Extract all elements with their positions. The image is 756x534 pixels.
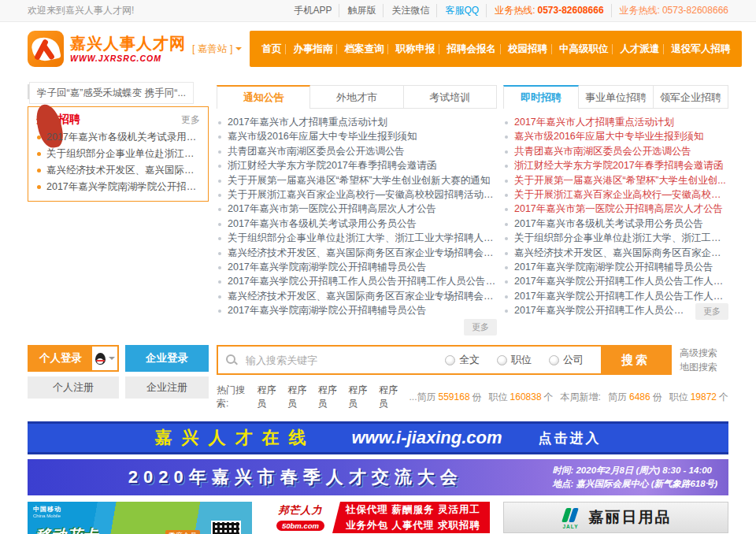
stat-label: 简历 <box>608 391 627 404</box>
fair-location: 地点: 嘉兴国际会展中心 (新气象路618号) <box>552 478 717 490</box>
scope-option-position[interactable]: 职位 <box>497 353 532 367</box>
company-login-button[interactable]: 企业登录 <box>125 345 209 372</box>
notice-item[interactable]: 关于组织部分企事业单位赴浙江大学、浙江工业大学招聘人才的... <box>217 231 497 245</box>
tab-exam-training[interactable]: 考试培训 <box>404 85 497 109</box>
job-item[interactable]: 共青团嘉兴市南湖区委员会公开选调公告 <box>503 144 728 158</box>
headline-item[interactable]: 2017年嘉兴市各级机关考试录用公务... <box>36 129 200 146</box>
jobs-tabs: 即时招聘 事业单位招聘 领军企业招聘 <box>503 85 728 109</box>
action-row: 个人登录 企业登录 个人注册 企业注册 <box>28 345 728 410</box>
tab-notices[interactable]: 通知公告 <box>217 85 310 109</box>
headline-item[interactable]: 嘉兴经济技术开发区、嘉兴国际商务... <box>36 162 200 179</box>
notice-item[interactable]: 2017年嘉兴学院公开招聘工作人员公告开招聘工作人员公告开... <box>217 274 497 288</box>
notice-item[interactable]: 2017年嘉兴市各级机关考试录用公务员公告 <box>217 217 497 231</box>
job-item[interactable]: 关于组织部分企事业单位赴浙江大学、浙江工业大... <box>503 231 728 245</box>
nav-item-fair-signup[interactable]: 招聘会报名 <box>439 44 500 54</box>
brand-name: 嘉丽日用品 <box>589 507 672 528</box>
headline-item[interactable]: 2017年嘉兴学院南湖学院公开招聘辅... <box>36 179 200 195</box>
stat-value: 559168 <box>439 391 470 402</box>
notice-item[interactable]: 2017年嘉兴学院南湖学院公开招聘辅导员公告 <box>217 260 497 274</box>
job-item[interactable]: 2017年嘉兴市第一医院公开招聘高层次人才公告 <box>503 202 728 216</box>
tab-leading-companies[interactable]: 领军企业招聘 <box>654 85 728 109</box>
search-panel: 全文 职位 公司 搜索 高级搜索 地图搜索 <box>217 345 728 410</box>
jiali-daily-ad[interactable]: JALY 嘉丽日用品 <box>503 502 728 533</box>
qq-login-dropdown[interactable] <box>92 347 117 370</box>
banner-url: www.i-jiaxing.com <box>351 428 502 448</box>
advanced-search-link[interactable]: 高级搜索 <box>680 347 728 359</box>
notice-item[interactable]: 嘉兴市级2016年应届大中专毕业生报到须知 <box>217 129 497 143</box>
topbar-link-mobile-app[interactable]: 手机APP <box>294 4 332 17</box>
hot-search-term[interactable]: 程序员 <box>348 384 372 410</box>
nav-item-veterans[interactable]: 退役军人招聘 <box>663 44 734 54</box>
notice-item[interactable]: 嘉兴经济技术开发区、嘉兴国际商务区百家企业专场招聘会公告 <box>217 289 497 303</box>
map-search-link[interactable]: 地图搜索 <box>680 362 728 373</box>
job-item[interactable]: 2017年嘉兴市各级机关考试录用公务员公告 <box>503 217 728 231</box>
notice-item[interactable]: 关于开展第一届嘉兴港区“希望杯”大学生创业创新大赛的通知 <box>217 173 497 187</box>
news-photo[interactable] <box>28 84 29 99</box>
job-item[interactable]: 嘉兴经济技术开发区、嘉兴国际商务区百家企业专... <box>503 246 728 260</box>
hot-search-term[interactable]: 程序员 <box>287 384 312 410</box>
nav-item-title-declare[interactable]: 职称申报 <box>387 44 439 54</box>
nav-item-dispatch[interactable]: 人才派遣 <box>612 44 663 54</box>
stat-value: 6486 <box>629 391 650 402</box>
notice-tabs: 通知公告 外地才市 考试培训 <box>217 85 497 109</box>
hot-search-term[interactable]: 程序员 <box>379 384 403 410</box>
nav-item-campus[interactable]: 校园招聘 <box>500 44 551 54</box>
china-mobile-ad[interactable]: 中国移动 China Mobile 移动花卡 季度会员 <box>28 502 252 534</box>
banner-cta: 点击进入 <box>539 429 602 447</box>
scope-option-company[interactable]: 公司 <box>549 353 584 367</box>
nav-item-home[interactable]: 首页 <box>258 44 285 54</box>
stat-unit: 个 <box>544 391 554 404</box>
notice-item[interactable]: 浙江财经大学东方学院2017年春季招聘会邀请函 <box>217 158 497 172</box>
job-item[interactable]: 关于开展第一届嘉兴港区“希望杯”大学生创业创... <box>503 173 728 187</box>
job-item[interactable]: 2017年嘉兴学院南湖学院公开招聘辅导员公告 <box>503 260 728 274</box>
personal-register-button[interactable]: 个人注册 <box>28 376 119 399</box>
search-button[interactable]: 搜索 <box>601 347 670 373</box>
job-item[interactable]: 嘉兴市级2016年应届大中专毕业生报到须知 <box>503 129 728 143</box>
job-item[interactable]: 2017年嘉兴学院公开招聘工作人员公告工作人员... <box>503 289 728 303</box>
stat-value: 19872 <box>691 391 717 402</box>
jiaxing-online-banner[interactable]: 嘉兴人才在线 www.i-jiaxing.com 点击进入 <box>28 421 728 454</box>
login-panel: 个人登录 企业登录 个人注册 企业注册 <box>28 345 209 410</box>
topbar-link-touch-version[interactable]: 触屏版 <box>339 4 376 17</box>
headline-more-link[interactable]: 更多 <box>181 113 200 127</box>
topbar-link-qq-service[interactable]: 客服QQ <box>436 4 479 17</box>
job-item[interactable]: 2017年嘉兴市人才招聘重点活动计划 <box>503 115 728 129</box>
job-item[interactable]: 2017年嘉兴学院公开招聘工作人员公告工作... <box>503 303 728 317</box>
notice-item[interactable]: 2017年嘉兴学院南湖学院公开招聘辅导员公告 <box>217 303 497 317</box>
notice-item[interactable]: 关于开展浙江嘉兴百家企业高校行—安徽高校校园招聘活动的通... <box>217 187 497 202</box>
hot-search-term[interactable]: 程序员 <box>318 384 343 410</box>
station-selector[interactable]: [ 嘉善站 ] <box>192 43 242 56</box>
topbar-links: 手机APP 触屏版 关注微信 客服QQ 业务热线:0573-82608666 业… <box>294 4 728 17</box>
qq-icon <box>95 353 106 365</box>
job-item[interactable]: 关于开展浙江嘉兴百家企业高校行—安徽高校校园... <box>503 187 728 202</box>
personal-login-button[interactable]: 个人登录 <box>29 347 92 370</box>
qr-code <box>211 521 241 534</box>
company-register-button[interactable]: 企业注册 <box>125 376 209 399</box>
news-caption[interactable]: 学子回“嘉”感受禾城蝶变 携手同“... <box>29 82 194 104</box>
search-input[interactable] <box>244 354 445 367</box>
topbar-link-wechat[interactable]: 关注微信 <box>383 4 429 17</box>
search-bar: 全文 职位 公司 搜索 <box>217 345 672 375</box>
job-item[interactable]: 浙江财经大学东方学院2017年春季招聘会邀请函 <box>503 158 728 172</box>
job-fair-banner[interactable]: 2020年嘉兴市春季人才交流大会 时间: 2020年2月8日 (周六) 8:30… <box>28 459 728 495</box>
notice-item[interactable]: 2017年嘉兴市第一医院公开招聘高层次人才公告 <box>217 202 497 216</box>
nav-item-senior-jobs[interactable]: 中高级职位 <box>551 44 613 54</box>
site-logo[interactable] <box>28 31 64 67</box>
ad-column: 邦芒人力 50bm.com 社保代理 薪酬服务 灵活用工 业务外包 人事代理 求… <box>265 502 490 534</box>
notice-item[interactable]: 嘉兴经济技术开发区、嘉兴国际商务区百家企业专场招聘会公告 <box>217 246 497 260</box>
tab-public-institutions[interactable]: 事业单位招聘 <box>579 85 654 109</box>
brand-name-en: China Mobile <box>33 514 61 519</box>
notice-more-button[interactable]: 更多 <box>464 319 497 336</box>
tab-outside-market[interactable]: 外地才市 <box>310 85 403 109</box>
headline-item[interactable]: 关于组织部分企事业单位赴浙江大学... <box>36 146 200 162</box>
headline-list: 2017年嘉兴市各级机关考试录用公务... 关于组织部分企事业单位赴浙江大学..… <box>28 129 208 201</box>
notice-item[interactable]: 2017年嘉兴市人才招聘重点活动计划 <box>217 115 497 129</box>
scope-option-fulltext[interactable]: 全文 <box>445 353 480 367</box>
tab-instant-jobs[interactable]: 即时招聘 <box>503 85 579 109</box>
hot-search-term[interactable]: 程序员 <box>258 384 282 410</box>
nav-item-archives[interactable]: 档案查询 <box>336 44 387 54</box>
notice-item[interactable]: 共青团嘉兴市南湖区委员会公开选调公告 <box>217 144 497 158</box>
nav-item-guide[interactable]: 办事指南 <box>285 44 336 54</box>
job-item[interactable]: 2017年嘉兴学院公开招聘工作人员公告工作人员... <box>503 274 728 288</box>
bangmang-hr-ad[interactable]: 邦芒人力 50bm.com 社保代理 薪酬服务 灵活用工 业务外包 人事代理 求… <box>265 502 490 533</box>
